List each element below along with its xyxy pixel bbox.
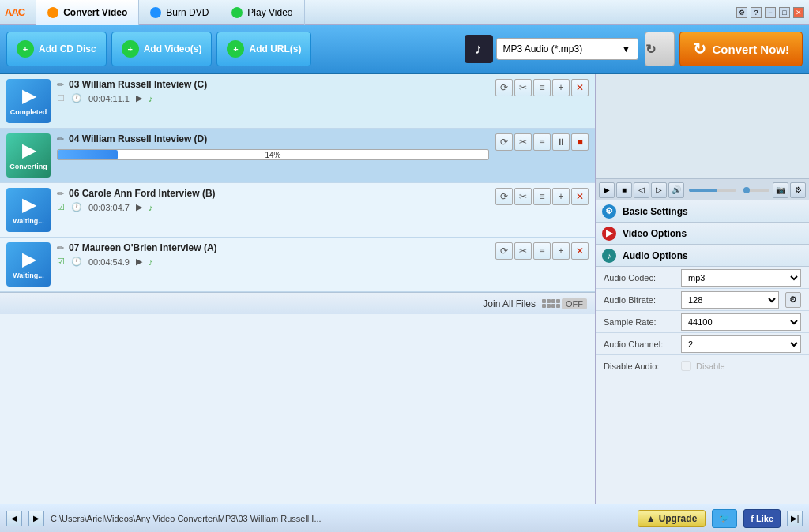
convert-now-button[interactable]: ↻ Convert Now! — [679, 32, 803, 66]
audio-icon-3: ♪ — [149, 203, 153, 212]
list-btn-1[interactable]: ≡ — [533, 79, 551, 96]
file-thumb-4: ▶ Waiting... — [6, 242, 51, 287]
add-cd-label: Add CD Disc — [39, 43, 96, 54]
window-controls: ⚙ ? − □ ✕ — [736, 7, 809, 18]
play-icon-1[interactable]: ▶ — [136, 93, 142, 103]
add-url-label: Add URL(s) — [249, 43, 301, 54]
tab-convert-video[interactable]: Convert Video — [36, 0, 139, 25]
preview-controls: ▶ ■ ◁ ▷ 🔊 📷 ⚙ — [596, 178, 809, 200]
seek-bar[interactable] — [743, 189, 769, 192]
bottom-bar: ◀ ▶ C:\Users\Ariel\Videos\Any Video Conv… — [0, 504, 809, 532]
help-icon[interactable]: ? — [751, 7, 762, 18]
audio-bitrate-select[interactable]: 128 — [681, 291, 779, 309]
settings-preview-button[interactable]: ⚙ — [790, 182, 806, 198]
facebook-icon: f — [751, 514, 754, 523]
file-item-2: ▶ Converting ✏ 04 William Russell Intevi… — [0, 129, 595, 183]
basic-settings-label: Basic Settings — [623, 206, 688, 217]
tab-play-video-label: Play Video — [247, 7, 292, 18]
nav-back-button[interactable]: ◀ — [6, 511, 22, 526]
close-button[interactable]: ✕ — [793, 7, 804, 18]
facebook-button[interactable]: f Like — [743, 509, 781, 528]
add-cd-disc-button[interactable]: + Add CD Disc — [6, 32, 107, 66]
sync-btn-3[interactable]: ⟳ — [495, 188, 513, 205]
disable-audio-label: Disable Audio: — [604, 362, 675, 371]
list-btn-2[interactable]: ≡ — [533, 133, 551, 151]
volume-slider[interactable] — [689, 189, 736, 192]
edit-icon-4[interactable]: ✏ — [57, 243, 64, 253]
edit-icon-1[interactable]: ✏ — [57, 80, 64, 90]
screenshot-button[interactable]: 📷 — [773, 182, 788, 198]
maximize-button[interactable]: □ — [779, 7, 790, 18]
add-btn-3[interactable]: + — [552, 188, 570, 205]
audio-bitrate-label: Audio Bitrate: — [604, 295, 675, 305]
remove-btn-4[interactable]: ✕ — [571, 242, 589, 260]
remove-btn-3[interactable]: ✕ — [571, 188, 589, 205]
add-btn-1[interactable]: + — [552, 79, 570, 96]
format-dropdown[interactable]: MP3 Audio (*.mp3) ▼ — [496, 38, 638, 60]
sync-btn-2[interactable]: ⟳ — [495, 133, 513, 151]
next-frame-button[interactable]: ▷ — [651, 182, 667, 198]
edit-icon-2[interactable]: ✏ — [57, 134, 64, 144]
sample-rate-select[interactable]: 44100 — [681, 313, 801, 331]
cut-btn-2[interactable]: ✂ — [514, 133, 532, 151]
edit-icon-3[interactable]: ✏ — [57, 189, 64, 199]
minimize-button[interactable]: − — [765, 7, 776, 18]
pause-btn-2[interactable]: ⏸ — [552, 133, 570, 151]
file-info-2: ✏ 04 William Russell Inteview (D) 14% — [57, 133, 489, 162]
disable-audio-checkbox[interactable] — [681, 361, 691, 371]
sample-rate-label: Sample Rate: — [604, 317, 675, 327]
audio-options-icon: ♪ — [602, 249, 616, 263]
list-btn-4[interactable]: ≡ — [533, 242, 551, 260]
file-name-2: 04 William Russell Inteview (D) — [69, 133, 207, 144]
tab-play-video[interactable]: Play Video — [220, 0, 304, 25]
stop-preview-button[interactable]: ■ — [616, 182, 632, 198]
audio-channel-select[interactable]: 2 — [681, 335, 801, 353]
audio-channel-label: Audio Channel: — [604, 339, 675, 349]
audio-codec-row: Audio Codec: mp3 — [596, 267, 809, 289]
add-url-button[interactable]: + Add URL(s) — [216, 32, 311, 66]
path-display: C:\Users\Ariel\Videos\Any Video Converte… — [51, 514, 631, 523]
play-icon-4[interactable]: ▶ — [136, 257, 142, 267]
cut-btn-4[interactable]: ✂ — [514, 242, 532, 260]
prev-frame-button[interactable]: ◁ — [634, 182, 649, 198]
remove-btn-1[interactable]: ✕ — [571, 79, 589, 96]
refresh-icon: ↻ — [645, 42, 656, 57]
video-options-header[interactable]: ▶ Video Options — [596, 223, 809, 245]
audio-options-header[interactable]: ♪ Audio Options — [596, 245, 809, 267]
volume-icon[interactable]: 🔊 — [668, 182, 684, 198]
join-bar: Join All Files OFF — [0, 292, 595, 314]
play-preview-button[interactable]: ▶ — [599, 182, 615, 198]
sync-btn-1[interactable]: ⟳ — [495, 79, 513, 96]
settings-icon[interactable]: ⚙ — [736, 7, 747, 18]
twitter-button[interactable]: 🐦 — [712, 509, 737, 528]
file-info-4: ✏ 07 Maureen O'Brien Interview (A) ☑ 🕐 0… — [57, 242, 489, 267]
upgrade-button[interactable]: ▲ Upgrade — [638, 510, 706, 527]
cut-btn-3[interactable]: ✂ — [514, 188, 532, 205]
play-icon-3[interactable]: ▶ — [136, 202, 142, 212]
add-btn-4[interactable]: + — [552, 242, 570, 260]
cut-btn-1[interactable]: ✂ — [514, 79, 532, 96]
toggle-state-label: OFF — [562, 298, 587, 309]
file-thumb-3: ▶ Waiting... — [6, 188, 51, 232]
file-name-4: 07 Maureen O'Brien Interview (A) — [69, 242, 217, 253]
list-btn-3[interactable]: ≡ — [533, 188, 551, 205]
audio-codec-select[interactable]: mp3 — [681, 269, 801, 287]
basic-settings-header[interactable]: ⚙ Basic Settings — [596, 200, 809, 223]
nav-forward-button[interactable]: ▶ — [28, 511, 44, 526]
file-info-3: ✏ 06 Carole Ann Ford Interview (B) ☑ 🕐 0… — [57, 188, 489, 212]
file-name-1: 03 William Russell Inteview (C) — [69, 79, 207, 90]
refresh-button[interactable]: ↻ — [645, 32, 675, 66]
stop-btn-2[interactable]: ■ — [571, 133, 589, 151]
upgrade-icon: ▲ — [646, 513, 656, 524]
audio-icon-4: ♪ — [149, 257, 153, 267]
join-toggle[interactable]: OFF — [542, 298, 587, 309]
add-video-button[interactable]: + Add Video(s) — [111, 32, 213, 66]
bitrate-settings-gear[interactable]: ⚙ — [785, 292, 801, 308]
nav-end-button[interactable]: ▶| — [787, 511, 803, 526]
checkbox-3: ☑ — [57, 202, 65, 212]
sync-btn-4[interactable]: ⟳ — [495, 242, 513, 260]
tab-burn-dvd[interactable]: Burn DVD — [139, 0, 220, 25]
file-actions-2: ⟳ ✂ ≡ ⏸ ■ — [495, 133, 589, 151]
toolbar: + Add CD Disc + Add Video(s) + Add URL(s… — [0, 25, 809, 74]
format-icon: ♪ — [465, 35, 493, 63]
